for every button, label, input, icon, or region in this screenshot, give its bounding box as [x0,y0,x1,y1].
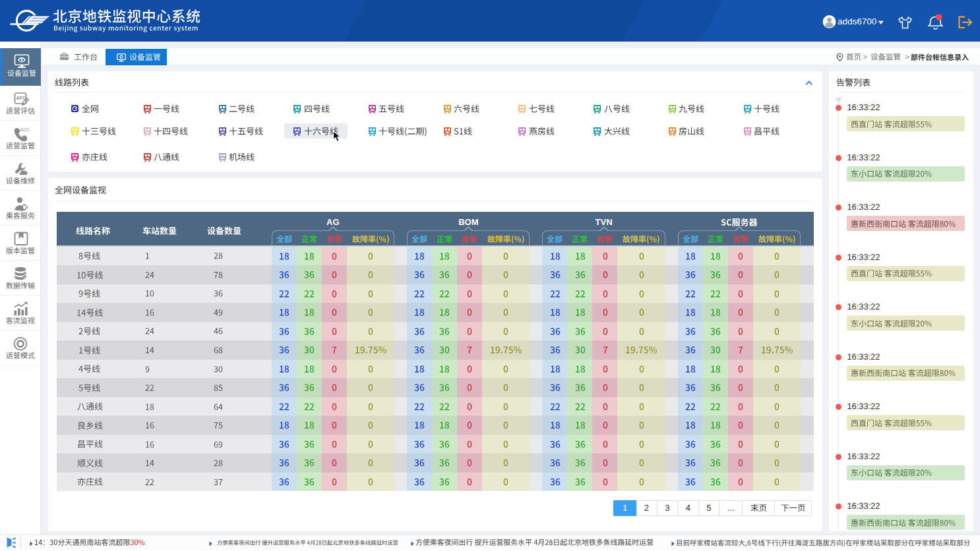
svg-text:ACC: ACC [20,127,29,132]
svg-text:AFC: AFC [16,96,25,100]
